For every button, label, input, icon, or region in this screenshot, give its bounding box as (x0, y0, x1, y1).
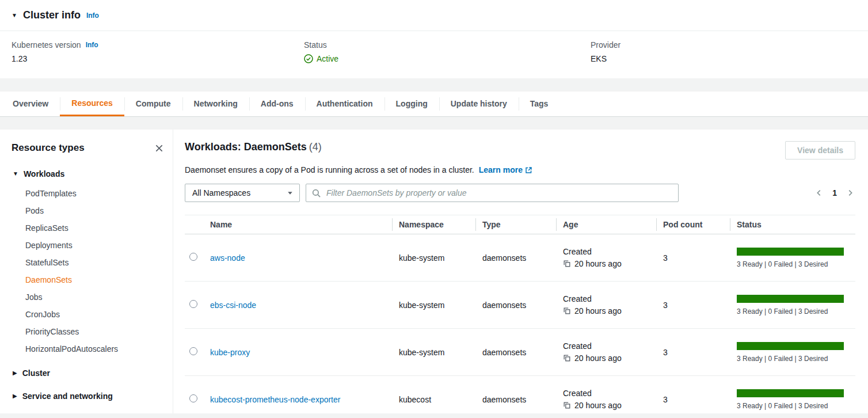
view-details-button[interactable]: View details (785, 141, 855, 159)
cluster-info-header: ▼ Cluster info Info (0, 0, 868, 31)
status-cell: 3 Ready | 0 Failed | 3 Desired (736, 248, 855, 268)
panel-title: Workloads: DaemonSets(4) (185, 141, 322, 153)
age-cell: Created 20 hours ago (562, 387, 662, 412)
column-header-age[interactable]: Age (562, 220, 662, 229)
caret-right-icon: ▶ (13, 370, 17, 376)
tab-resources[interactable]: Resources (60, 92, 124, 116)
sidebar-item-deployments[interactable]: Deployments (12, 237, 163, 254)
kubernetes-version-info-link[interactable]: Info (86, 41, 98, 49)
close-icon[interactable] (155, 144, 163, 153)
provider-value: EKS (591, 54, 856, 63)
status-progress-bar (737, 248, 844, 256)
row-radio-button[interactable] (189, 394, 197, 402)
namespace-select[interactable]: All Namespaces (185, 184, 300, 202)
info-link[interactable]: Info (86, 12, 99, 20)
status-text: 3 Ready | 0 Failed | 3 Desired (737, 260, 844, 268)
tab-tags[interactable]: Tags (519, 92, 560, 116)
tab-overview[interactable]: Overview (1, 92, 60, 116)
daemonset-name-link[interactable]: kubecost-prometheus-node-exporter (210, 395, 340, 404)
status-text: 3 Ready | 0 Failed | 3 Desired (737, 355, 844, 363)
type-cell: daemonsets (481, 301, 562, 310)
row-radio-button[interactable] (189, 347, 197, 355)
namespace-cell: kube-system (398, 301, 481, 310)
status-cell: 3 Ready | 0 Failed | 3 Desired (736, 295, 855, 316)
kubernetes-version-label: Kubernetes version (12, 40, 81, 50)
sidebar-item-pods[interactable]: Pods (12, 202, 163, 219)
caret-down-icon: ▼ (13, 171, 18, 177)
provider-label: Provider (591, 40, 620, 50)
tab-networking[interactable]: Networking (182, 92, 249, 116)
status-text: 3 Ready | 0 Failed | 3 Desired (737, 307, 844, 316)
copy-icon[interactable] (563, 260, 571, 268)
copy-icon[interactable] (563, 354, 571, 362)
daemonset-name-link[interactable]: ebs-csi-node (210, 301, 256, 310)
search-icon (312, 189, 321, 197)
previous-page-icon[interactable] (815, 189, 823, 197)
tab-compute[interactable]: Compute (124, 92, 182, 116)
kubernetes-version-field: Kubernetes version Info 1.23 (12, 40, 304, 63)
sidebar-item-statefulsets[interactable]: StatefulSets (12, 254, 163, 271)
namespace-cell: kubecost (398, 395, 481, 404)
filter-search-box (306, 184, 679, 202)
age-cell: Created 20 hours ago (562, 340, 662, 364)
provider-field: Provider EKS (591, 40, 856, 63)
pod-count-cell: 3 (662, 395, 736, 404)
status-progress-bar (737, 342, 844, 350)
namespace-cell: kube-system (398, 348, 481, 357)
pod-count-cell: 3 (662, 301, 736, 310)
tab-authentication[interactable]: Authentication (305, 92, 384, 116)
sidebar-item-cronjobs[interactable]: CronJobs (12, 306, 163, 323)
status-value: Active (317, 54, 338, 63)
column-header-pod-count[interactable]: Pod count (662, 220, 736, 229)
daemonset-name-link[interactable]: aws-node (210, 253, 245, 263)
daemonset-name-link[interactable]: kube-proxy (210, 348, 250, 357)
sidebar-item-replicasets[interactable]: ReplicaSets (12, 219, 163, 237)
pagination: 1 (815, 188, 855, 197)
check-circle-icon (304, 54, 313, 63)
learn-more-link[interactable]: Learn more (479, 165, 532, 174)
daemonsets-table: Name Namespace Type Age Pod count Status… (185, 215, 855, 413)
status-label: Status (304, 40, 327, 50)
cluster-info-panel: Kubernetes version Info 1.23 Status Acti… (0, 31, 868, 78)
caret-down-icon[interactable]: ▼ (12, 13, 17, 18)
column-header-name[interactable]: Name (209, 220, 398, 229)
table-row: kube-proxy kube-system daemonsets Create… (185, 329, 855, 376)
chevron-down-icon (287, 189, 294, 196)
copy-icon[interactable] (563, 307, 571, 315)
column-header-type[interactable]: Type (481, 220, 562, 229)
sidebar-item-jobs[interactable]: Jobs (12, 288, 163, 306)
tab-logging[interactable]: Logging (384, 92, 439, 116)
age-cell: Created 20 hours ago (562, 293, 662, 317)
current-page-number[interactable]: 1 (832, 188, 837, 197)
sidebar-group-cluster[interactable]: ▶ Cluster (13, 366, 163, 381)
sidebar-item-podtemplates[interactable]: PodTemplates (12, 185, 163, 202)
status-text: 3 Ready | 0 Failed | 3 Desired (737, 402, 844, 410)
kubernetes-version-value: 1.23 (12, 54, 304, 63)
table-row: ebs-csi-node kube-system daemonsets Crea… (185, 282, 855, 329)
panel-description: Daemonset ensures a copy of a Pod is run… (185, 165, 855, 174)
resources-content: Resource types ▼ Workloads PodTemplates … (0, 130, 868, 413)
pod-count-cell: 3 (662, 253, 736, 263)
row-radio-button[interactable] (189, 253, 197, 261)
workloads-item-list: PodTemplates Pods ReplicaSets Deployment… (12, 185, 163, 358)
daemonsets-panel: Workloads: DaemonSets(4) View details Da… (173, 130, 868, 413)
namespace-cell: kube-system (398, 253, 481, 263)
sidebar-item-horizontalpodautoscalers[interactable]: HorizontalPodAutoscalers (12, 340, 163, 358)
age-cell: Created 20 hours ago (562, 246, 662, 270)
sidebar-group-workloads[interactable]: ▼ Workloads (13, 166, 163, 181)
daemonsets-count: (4) (309, 141, 322, 153)
sidebar-group-service-and-networking[interactable]: ▶ Service and networking (13, 389, 163, 404)
row-radio-button[interactable] (189, 300, 197, 308)
column-header-namespace[interactable]: Namespace (398, 220, 481, 229)
type-cell: daemonsets (481, 395, 562, 404)
status-field: Status Active (304, 40, 591, 63)
column-header-status[interactable]: Status (736, 220, 855, 229)
sidebar-item-priorityclasses[interactable]: PriorityClasses (12, 323, 163, 340)
copy-icon[interactable] (563, 401, 571, 409)
filter-search-input[interactable] (325, 188, 672, 198)
table-header-row: Name Namespace Type Age Pod count Status (185, 215, 855, 234)
tab-add-ons[interactable]: Add-ons (249, 92, 305, 116)
sidebar-item-daemonsets[interactable]: DaemonSets (12, 271, 163, 288)
tab-update-history[interactable]: Update history (439, 92, 519, 116)
next-page-icon[interactable] (846, 189, 854, 197)
